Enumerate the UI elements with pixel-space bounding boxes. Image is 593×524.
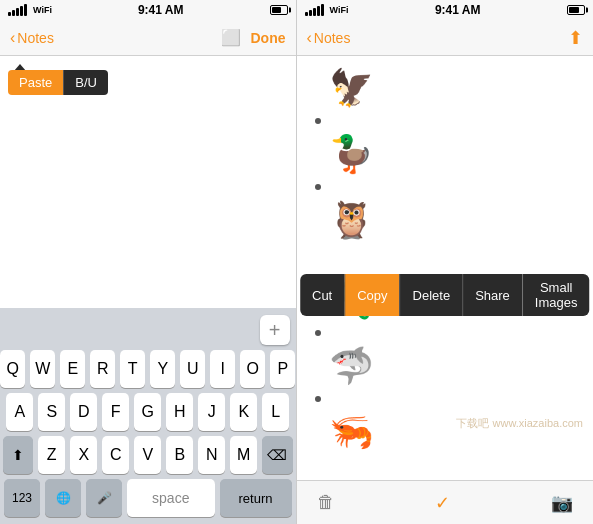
kb-row-1: Q W E R T Y U I O P	[3, 350, 293, 388]
delete-button[interactable]: Delete	[400, 274, 463, 316]
shark-emoji: 🦈	[329, 348, 374, 384]
camera-icon[interactable]: 📷	[551, 492, 573, 514]
key-m[interactable]: M	[230, 436, 257, 474]
right-chevron-icon: ‹	[307, 29, 312, 47]
left-back-button[interactable]: ‹ Notes	[10, 29, 54, 47]
bullet-2	[315, 184, 321, 190]
key-r[interactable]: R	[90, 350, 115, 388]
small-images-button[interactable]: Small Images	[522, 274, 590, 316]
key-q[interactable]: Q	[0, 350, 25, 388]
key-s[interactable]: S	[38, 393, 65, 431]
key-o[interactable]: O	[240, 350, 265, 388]
right-signal: WiFi	[305, 4, 349, 16]
delete-key[interactable]: ⌫	[262, 436, 292, 474]
key-return[interactable]: return	[220, 479, 292, 517]
shrimp-emoji: 🦐	[329, 414, 374, 450]
key-e[interactable]: E	[60, 350, 85, 388]
note-item-bullet-4	[309, 390, 582, 408]
kb-bottom-row: 123 🌐 🎤 space return	[3, 479, 293, 517]
left-battery-icon	[270, 5, 288, 15]
note-item-bullet-3	[309, 324, 582, 342]
note-item-duck: 🦆	[309, 130, 582, 178]
paste-button[interactable]: Paste	[8, 70, 64, 95]
left-done-button[interactable]: Done	[251, 30, 286, 46]
bullet-3	[315, 330, 321, 336]
note-item-eagle: 🦅	[309, 64, 582, 112]
note-item-bullet-1	[309, 112, 582, 130]
eagle-emoji: 🦅	[329, 70, 374, 106]
key-123[interactable]: 123	[4, 479, 40, 517]
note-item-owl: 🦉	[309, 196, 582, 244]
check-icon[interactable]: ✓	[435, 492, 450, 514]
note-item-shark: 🦈	[309, 342, 582, 390]
kb-rows: Q W E R T Y U I O P A S D F G H J K	[3, 348, 293, 524]
left-share-icon[interactable]: ⬜	[221, 28, 241, 47]
right-status-bar: WiFi 9:41 AM	[297, 0, 594, 20]
key-f[interactable]: F	[102, 393, 129, 431]
left-signal: WiFi	[8, 4, 52, 16]
kb-row-3: ⬆ Z X C V B N M ⌫	[3, 436, 293, 474]
shift-key[interactable]: ⬆	[3, 436, 33, 474]
watermark: 下载吧 www.xiazaiba.com	[456, 416, 583, 430]
key-z[interactable]: Z	[38, 436, 65, 474]
cut-button[interactable]: Cut	[300, 274, 344, 316]
key-c[interactable]: C	[102, 436, 129, 474]
key-t[interactable]: T	[120, 350, 145, 388]
left-panel: WiFi 9:41 AM ‹ Notes ⬜ Done Paste B/U +	[0, 0, 297, 524]
left-editor-area[interactable]: Paste B/U	[0, 56, 296, 308]
key-g[interactable]: G	[134, 393, 161, 431]
key-p[interactable]: P	[270, 350, 295, 388]
key-u[interactable]: U	[180, 350, 205, 388]
key-x[interactable]: X	[70, 436, 97, 474]
key-v[interactable]: V	[134, 436, 161, 474]
key-h[interactable]: H	[166, 393, 193, 431]
key-w[interactable]: W	[30, 350, 55, 388]
key-globe[interactable]: 🌐	[45, 479, 81, 517]
key-i[interactable]: I	[210, 350, 235, 388]
right-nav-bar: ‹ Notes ⬆	[297, 20, 594, 56]
left-status-bar: WiFi 9:41 AM	[0, 0, 296, 20]
kb-plus-button[interactable]: +	[260, 315, 290, 345]
left-context-menu: Paste B/U	[8, 70, 108, 95]
note-item-bullet-2	[309, 178, 582, 196]
right-back-button[interactable]: ‹ Notes	[307, 29, 351, 47]
right-battery-icon	[567, 5, 585, 15]
kb-toolbar: +	[3, 312, 293, 348]
right-context-menu: Cut Copy Delete Share Small Images	[300, 274, 590, 316]
right-share-icon[interactable]: ⬆	[568, 27, 583, 49]
share-button[interactable]: Share	[462, 274, 522, 316]
key-y[interactable]: Y	[150, 350, 175, 388]
bullet-4	[315, 396, 321, 402]
copy-button[interactable]: Copy	[344, 274, 399, 316]
key-l[interactable]: L	[262, 393, 289, 431]
biu-button[interactable]: B/U	[64, 70, 108, 95]
right-time: 9:41 AM	[435, 3, 481, 17]
key-mic[interactable]: 🎤	[86, 479, 122, 517]
kb-row-2: A S D F G H J K L	[3, 393, 293, 431]
key-d[interactable]: D	[70, 393, 97, 431]
key-j[interactable]: J	[198, 393, 225, 431]
right-panel: WiFi 9:41 AM ‹ Notes ⬆ 🦅 🦆	[297, 0, 594, 524]
key-n[interactable]: N	[198, 436, 225, 474]
left-keyboard: + Q W E R T Y U I O P A S D F G	[0, 308, 296, 524]
key-k[interactable]: K	[230, 393, 257, 431]
duck-emoji: 🦆	[329, 136, 374, 172]
key-a[interactable]: A	[6, 393, 33, 431]
key-b[interactable]: B	[166, 436, 193, 474]
bullet-1	[315, 118, 321, 124]
trash-icon[interactable]: 🗑	[317, 492, 335, 513]
left-nav-bar: ‹ Notes ⬜ Done	[0, 20, 296, 56]
owl-emoji: 🦉	[329, 202, 374, 238]
right-bottom-toolbar: 🗑 ✓ 📷	[297, 480, 594, 524]
right-back-label: Notes	[314, 30, 351, 46]
left-back-label: Notes	[17, 30, 54, 46]
left-time: 9:41 AM	[138, 3, 184, 17]
right-notes-content[interactable]: 🦅 🦆 🦉 Cut Copy Delete Share Small Images	[297, 56, 594, 480]
left-chevron-icon: ‹	[10, 29, 15, 47]
key-space[interactable]: space	[127, 479, 215, 517]
